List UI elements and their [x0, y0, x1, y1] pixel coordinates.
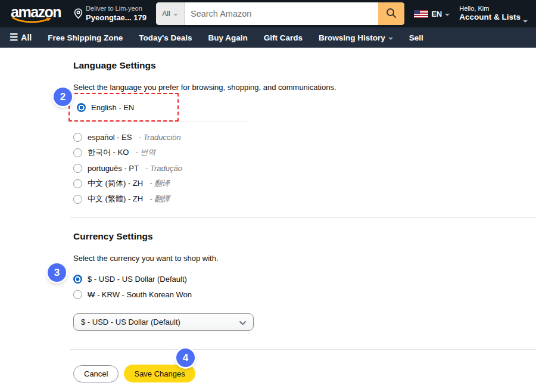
action-buttons: Cancel Save Changes — [73, 365, 536, 382]
language-code: EN — [431, 10, 442, 18]
language-option-portuguese[interactable]: português - PT - Tradução — [73, 160, 536, 176]
chevron-down-icon — [523, 20, 528, 23]
nav-item-browsing-history[interactable]: Browsing History — [319, 33, 393, 42]
radio-unselected-icon[interactable] — [73, 195, 82, 204]
chevron-down-icon — [445, 14, 450, 16]
language-option-spanish[interactable]: español - ES - Traducción — [73, 129, 536, 145]
deliver-to-text: Deliver to Lim-yeon Pyeongtae... 179 — [86, 5, 147, 23]
step-badge-4: 4 — [176, 349, 195, 367]
step-badge-2: 2 — [54, 88, 72, 106]
radio-unselected-icon[interactable] — [73, 133, 82, 142]
nav-all-label: All — [21, 33, 32, 42]
divider — [73, 122, 249, 122]
deliver-to-location: Pyeongtae... 179 — [86, 13, 147, 23]
currency-dropdown[interactable]: $ - USD - US Dollar (Default) — [73, 313, 254, 331]
radio-unselected-icon[interactable] — [73, 179, 82, 188]
nav-item-browsing-history-label: Browsing History — [319, 33, 385, 42]
search-icon — [385, 7, 397, 21]
currency-option-label: $ - USD - US Dollar (Default) — [88, 275, 187, 284]
search-category-label: All — [162, 10, 170, 18]
hamburger-icon: ☰ — [10, 33, 18, 42]
language-settings-description: Select the language you prefer for brows… — [73, 83, 536, 92]
language-options-list: español - ES - Traducción 한국어 - KO - 번역 … — [73, 129, 536, 207]
translation-note: - Traducción — [138, 133, 180, 142]
radio-unselected-icon[interactable] — [73, 148, 82, 157]
nav-item-free-shipping-zone[interactable]: Free Shipping Zone — [48, 33, 123, 42]
chevron-down-icon — [173, 14, 178, 16]
cancel-button[interactable]: Cancel — [73, 365, 119, 382]
amazon-logo[interactable]: amazon — [7, 4, 64, 24]
translation-note: - 翻译 — [149, 178, 170, 189]
nav-item-buy-again[interactable]: Buy Again — [208, 33, 248, 42]
currency-options-list: $ - USD - US Dollar (Default) ₩ - KRW - … — [73, 271, 536, 302]
nav-item-todays-deals[interactable]: Today's Deals — [139, 33, 192, 42]
chevron-down-icon — [239, 317, 246, 328]
radio-unselected-icon[interactable] — [73, 290, 82, 299]
nav-item-sell[interactable]: Sell — [409, 33, 423, 42]
language-settings-title: Language Settings — [73, 60, 536, 71]
save-changes-button[interactable]: Save Changes — [124, 365, 195, 382]
translation-note: - 翻譯 — [149, 194, 170, 204]
language-option-label: español - ES — [88, 133, 132, 142]
top-header: amazon Deliver to Lim-yeon Pyeongtae... … — [0, 0, 536, 27]
settings-content: Language Settings Select the language yo… — [0, 48, 536, 392]
language-option-label: português - PT — [88, 164, 139, 173]
currency-settings-title: Currency Settings — [73, 231, 536, 242]
deliver-to-button[interactable]: Deliver to Lim-yeon Pyeongtae... 179 — [74, 5, 147, 23]
account-lists-menu[interactable]: Hello, Kim Account & Lists — [459, 5, 528, 23]
amazon-settings-page: amazon Deliver to Lim-yeon Pyeongtae... … — [0, 0, 536, 392]
currency-option-label: ₩ - KRW - South Korean Won — [88, 290, 192, 299]
language-option-chinese-simplified[interactable]: 中文 (简体) - ZH - 翻译 — [73, 176, 536, 191]
section-divider — [70, 349, 536, 350]
language-selector[interactable]: EN — [414, 10, 450, 18]
search-category-dropdown[interactable]: All — [156, 2, 185, 25]
translation-note: - Tradução — [145, 164, 182, 173]
account-lists-label: Account & Lists — [459, 13, 521, 23]
location-pin-icon — [74, 8, 83, 23]
nav-item-gift-cards[interactable]: Gift Cards — [264, 33, 303, 42]
language-option-korean[interactable]: 한국어 - KO - 번역 — [73, 145, 536, 160]
chevron-down-icon — [388, 38, 393, 40]
greeting-text: Hello, Kim — [459, 5, 521, 13]
currency-dropdown-value: $ - USD - US Dollar (Default) — [81, 318, 180, 326]
language-option-chinese-traditional[interactable]: 中文 (繁體) - ZH - 翻譯 — [73, 191, 536, 207]
search-bar: All — [156, 2, 404, 25]
language-option-label: English - EN — [91, 103, 134, 112]
search-button[interactable] — [378, 2, 404, 25]
currency-settings-description: Select the currency you want to shop wit… — [73, 254, 536, 263]
nav-all-menu[interactable]: ☰ All — [10, 33, 32, 42]
highlight-dashed-box: English - EN — [68, 93, 179, 122]
main-nav: ☰ All Free Shipping Zone Today's Deals B… — [0, 27, 536, 48]
us-flag-icon — [414, 10, 428, 18]
radio-selected-icon[interactable] — [77, 103, 86, 112]
translation-note: - 번역 — [135, 147, 155, 158]
step-badge-3: 3 — [48, 263, 66, 282]
language-option-label: 한국어 - KO — [88, 147, 129, 158]
language-option-english[interactable]: English - EN — [77, 99, 170, 115]
language-option-label: 中文 (繁體) - ZH — [88, 194, 143, 204]
deliver-to-label: Deliver to Lim-yeon — [86, 5, 147, 13]
language-option-label: 中文 (简体) - ZH — [88, 178, 143, 189]
currency-option-usd[interactable]: $ - USD - US Dollar (Default) — [73, 271, 536, 287]
radio-unselected-icon[interactable] — [73, 164, 82, 173]
search-input[interactable] — [185, 2, 378, 25]
currency-option-krw[interactable]: ₩ - KRW - South Korean Won — [73, 287, 536, 302]
radio-selected-icon[interactable] — [73, 275, 82, 284]
amazon-smile-icon — [12, 17, 52, 23]
section-divider — [70, 217, 536, 218]
